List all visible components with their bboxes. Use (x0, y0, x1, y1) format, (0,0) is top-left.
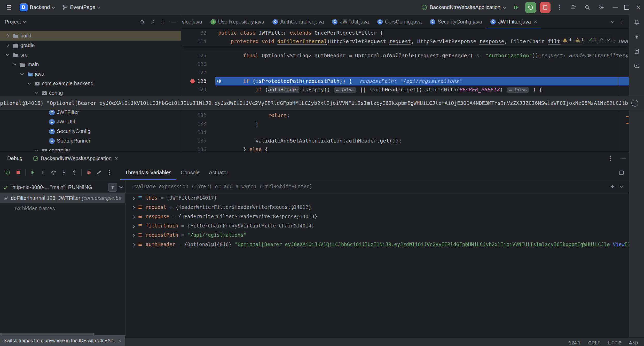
variable-row-this[interactable]: this = {JWTFilter@14017} (125, 193, 629, 202)
code-line-127[interactable]: 127 (181, 68, 629, 77)
tree-item-src[interactable]: src (0, 50, 181, 60)
stack-frame-row[interactable]: doFilterInternal:128, JWTFilter (com.exa… (0, 193, 125, 203)
hide-panel-icon[interactable]: — (621, 155, 626, 161)
project-widget[interactable]: B Backend (17, 2, 58, 13)
code-line-133[interactable]: 133 } (181, 120, 629, 128)
tree-chevron-icon[interactable] (4, 54, 11, 56)
variable-row-response[interactable]: response = {HeaderWriterFilter$HeaderWri… (125, 212, 629, 221)
code-line-134[interactable]: 134 (181, 128, 629, 137)
filter-frames-button[interactable] (108, 183, 117, 192)
line-number-gutter[interactable]: 114 (181, 37, 215, 46)
tree-item-controller[interactable]: controller (0, 146, 181, 151)
tree-chevron-icon[interactable] (19, 73, 25, 75)
minimize-window-button[interactable]: — (612, 4, 618, 10)
line-number-gutter[interactable]: 132 (181, 111, 215, 120)
variable-row-filterChain[interactable]: filterChain = {FilterChainProxy$VirtualF… (125, 221, 629, 230)
line-number-gutter[interactable]: 135 (181, 137, 215, 145)
expand-evaluate-chevron-icon[interactable] (619, 184, 623, 188)
expand-chevron-icon[interactable] (132, 204, 135, 210)
code-line-126[interactable]: 126 (181, 60, 629, 68)
tree-item-com-example-backend[interactable]: com.example.backend (0, 79, 181, 88)
hide-panel-icon[interactable]: — (171, 19, 176, 25)
debug-tab-console[interactable]: Console (176, 165, 204, 180)
tree-item-gradle[interactable]: gradle (0, 41, 181, 50)
code-line-136[interactable]: 136 } else { (181, 145, 629, 151)
encoding[interactable]: UTF-8 (608, 340, 621, 346)
line-ending[interactable]: CRLF (588, 340, 600, 346)
settings-button[interactable] (596, 2, 606, 13)
tab-authcontroller-java[interactable]: CAuthController.java (268, 15, 328, 28)
indent-style[interactable]: 4 sp (629, 340, 638, 346)
resume-program-button[interactable] (511, 2, 522, 13)
code-line-128[interactable]: 128 if (isProtectedPath(requestPath)) {r… (181, 77, 629, 85)
tree-chevron-icon[interactable] (26, 83, 33, 84)
expand-chevron-icon[interactable] (132, 214, 135, 219)
variable-row-request[interactable]: request = {HeaderWriterFilter$HeaderWrit… (125, 202, 629, 212)
close-window-button[interactable]: ✕ (636, 4, 640, 11)
line-number-gutter[interactable]: 136 (181, 145, 215, 151)
step-out-button[interactable] (69, 167, 79, 178)
close-hint-icon[interactable]: ✕ (118, 338, 122, 343)
more-options-icon[interactable]: ⋮ (160, 19, 166, 25)
debug-session-tab[interactable]: BackendNtrWebsiteApplication ✕ (33, 155, 118, 161)
next-problem-icon[interactable] (607, 37, 610, 41)
stripe-mark[interactable] (626, 123, 629, 124)
tree-chevron-icon[interactable] (4, 35, 11, 37)
line-number-gutter[interactable]: 125 (181, 51, 215, 60)
more-actions-button[interactable]: ⋮ (554, 2, 564, 13)
rerun-debug-button[interactable] (525, 2, 536, 13)
pause-button[interactable] (38, 167, 48, 178)
stop-button[interactable] (13, 167, 23, 178)
line-number-gutter[interactable]: 128 (181, 77, 215, 85)
info-icon[interactable]: i (631, 100, 638, 107)
chevron-down-icon[interactable] (23, 19, 26, 23)
tree-item-securityconfig[interactable]: CSecurityConfig (0, 127, 181, 136)
tab-securityconfig-java[interactable]: CSecurityConfig.java (426, 15, 486, 28)
hamburger-menu-icon[interactable]: ☰ (4, 4, 14, 11)
vcs-widget[interactable]: EventPage (60, 3, 103, 12)
close-tab-icon[interactable]: ✕ (534, 19, 537, 24)
stop-button[interactable] (540, 2, 551, 13)
tree-item-build[interactable]: build (0, 31, 181, 41)
line-number-gutter[interactable]: 133 (181, 120, 215, 128)
hidden-tabs-chevron-icon[interactable] (611, 19, 615, 23)
expand-chevron-icon[interactable] (132, 223, 135, 229)
tab-options-icon[interactable]: ⋮ (619, 19, 625, 25)
search-everywhere-button[interactable] (582, 2, 592, 13)
inspections-widget[interactable]: 4 1 1 (560, 34, 613, 45)
error-stripe[interactable] (626, 29, 629, 151)
tree-item-jwtutil[interactable]: CJWTUtil (0, 117, 181, 127)
code-line-125[interactable]: 125 final Optional<String> authHeader = … (181, 51, 629, 60)
debug-panel-title[interactable]: Debug (7, 155, 22, 161)
code-with-me-button[interactable] (568, 2, 578, 13)
tree-item-java[interactable]: java (0, 69, 181, 79)
code-line-129[interactable]: 129 if (authHeader.isEmpty() = false || … (181, 85, 629, 94)
rerun-button[interactable] (3, 167, 13, 178)
line-number-gutter[interactable]: 126 (181, 60, 215, 68)
step-over-button[interactable] (48, 167, 59, 178)
previous-problem-icon[interactable] (600, 38, 603, 42)
tree-chevron-icon[interactable] (11, 64, 18, 65)
breakpoint-icon[interactable] (190, 79, 195, 83)
mute-breakpoints-button[interactable] (84, 167, 94, 178)
resume-button[interactable] (28, 167, 38, 178)
notifications-bell-icon[interactable] (634, 19, 640, 26)
close-session-icon[interactable]: ✕ (115, 156, 118, 161)
tab-jwtfilter-java[interactable]: CJWTFilter.java✕ (486, 15, 541, 28)
tree-item-main[interactable]: main (0, 60, 181, 69)
add-watch-icon[interactable] (610, 184, 615, 189)
line-number-gutter[interactable]: 129 (181, 85, 215, 94)
tree-item-startuprunner[interactable]: CStartupRunner (0, 136, 181, 146)
thread-selector[interactable]: "http-nio-8080-... "main": RUNNING (0, 182, 125, 193)
view-value-link[interactable]: View (610, 241, 625, 247)
database-icon[interactable] (634, 48, 640, 54)
stripe-mark[interactable] (626, 116, 629, 117)
expand-chevron-icon[interactable] (132, 195, 135, 201)
hidden-frames-label[interactable]: 62 hidden frames (0, 203, 125, 214)
tree-chevron-icon[interactable] (4, 44, 11, 46)
evaluate-expression-button[interactable] (94, 167, 104, 178)
tab-jwtutil-java[interactable]: CJWTUtil.java (328, 15, 373, 28)
step-into-button[interactable] (59, 167, 69, 178)
more-options-button[interactable]: ⋮ (104, 167, 115, 178)
code-editor[interactable]: 82public class JWTFilter extends OncePer… (181, 29, 629, 151)
